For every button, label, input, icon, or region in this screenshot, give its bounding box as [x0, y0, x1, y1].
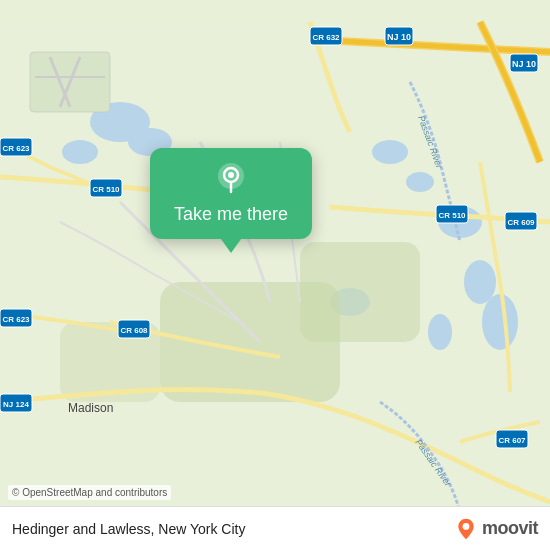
take-me-there-card[interactable]: Take me there [150, 148, 312, 239]
map-background: NJ 10 NJ 10 CR 632 CR 510 CR 510 CR 623 … [0, 0, 550, 550]
svg-point-4 [464, 260, 496, 304]
svg-text:CR 510: CR 510 [438, 211, 466, 220]
take-me-there-label: Take me there [174, 204, 288, 225]
svg-text:CR 607: CR 607 [498, 436, 526, 445]
svg-point-47 [463, 523, 470, 530]
map-attribution: © OpenStreetMap and contributors [8, 485, 171, 500]
svg-text:CR 623: CR 623 [2, 315, 30, 324]
svg-point-46 [228, 172, 234, 178]
svg-point-5 [482, 294, 518, 350]
svg-text:NJ 10: NJ 10 [512, 59, 536, 69]
location-pin-icon [213, 162, 249, 198]
bottom-bar: Hedinger and Lawless, New York City moov… [0, 506, 550, 550]
svg-text:NJ 124: NJ 124 [3, 400, 29, 409]
svg-point-10 [62, 140, 98, 164]
svg-point-2 [406, 172, 434, 192]
svg-rect-12 [300, 242, 420, 342]
moovit-brand-text: moovit [482, 518, 538, 539]
svg-text:CR 608: CR 608 [120, 326, 148, 335]
svg-text:Madison: Madison [68, 401, 113, 415]
svg-text:NJ 10: NJ 10 [387, 32, 411, 42]
map-container: NJ 10 NJ 10 CR 632 CR 510 CR 510 CR 623 … [0, 0, 550, 550]
svg-text:CR 609: CR 609 [507, 218, 535, 227]
moovit-logo: moovit [454, 517, 538, 541]
location-name: Hedinger and Lawless, New York City [12, 521, 245, 537]
moovit-pin-icon [454, 517, 478, 541]
svg-text:CR 623: CR 623 [2, 144, 30, 153]
svg-text:CR 510: CR 510 [92, 185, 120, 194]
svg-point-1 [372, 140, 408, 164]
svg-text:CR 632: CR 632 [312, 33, 340, 42]
svg-point-6 [428, 314, 452, 350]
